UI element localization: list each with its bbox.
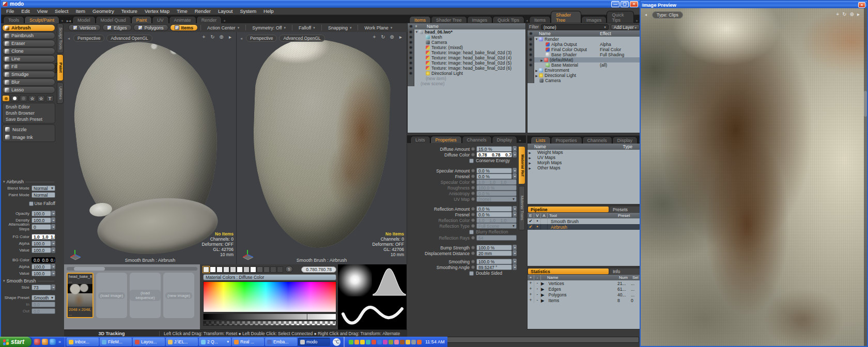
- vtab-utilities[interactable]: Utilities: [57, 82, 64, 104]
- channel-toggle-icon[interactable]: [471, 175, 475, 178]
- spinner-icon[interactable]: ◂▸: [51, 217, 55, 223]
- preview-scrollbar[interactable]: [864, 8, 867, 346]
- minus-icon[interactable]: -: [534, 292, 541, 297]
- tray-icon[interactable]: [371, 340, 376, 344]
- spinner-icon[interactable]: ◂▸: [51, 264, 55, 270]
- bump-strength-field[interactable]: 100.0 %: [476, 245, 512, 250]
- tray-icon[interactable]: [400, 340, 405, 344]
- tab-animate[interactable]: Animate: [169, 16, 196, 23]
- action-center-dropdown[interactable]: Action Center: [204, 24, 243, 31]
- tray-icon[interactable]: [360, 340, 365, 344]
- tool-eraser[interactable]: Eraser: [2, 40, 55, 47]
- mode-edges-button[interactable]: Edges: [102, 24, 132, 31]
- pan-icon[interactable]: +: [201, 34, 207, 40]
- expander-icon[interactable]: ▶: [534, 69, 539, 72]
- smoothing-field[interactable]: 100.0 %: [476, 259, 512, 264]
- item-row[interactable]: ◉Texture: Image: head_bake_final_02d (5): [408, 60, 525, 66]
- stat-row[interactable]: +-▶Vertices21......: [528, 280, 641, 286]
- brush-editor-button[interactable]: Brush Editor: [3, 104, 55, 110]
- preview-type-button[interactable]: Type: Clips: [652, 11, 683, 19]
- tray-icon[interactable]: [349, 340, 353, 344]
- eye-icon[interactable]: ◉: [409, 45, 413, 50]
- tool-fill[interactable]: Fill: [2, 63, 55, 70]
- diffuse-color-field[interactable]: 0.78 0.78 0.78: [476, 152, 512, 157]
- eye-icon[interactable]: ◉: [529, 37, 533, 42]
- item-row[interactable]: (new scene): [408, 81, 525, 86]
- tab-model[interactable]: Model: [72, 16, 96, 23]
- maximize-button[interactable]: ▢: [621, 1, 629, 7]
- shader-row[interactable]: ▶Environment: [528, 68, 641, 73]
- tab-paint[interactable]: Paint: [131, 16, 152, 23]
- quick-launch-icon[interactable]: [42, 339, 48, 345]
- tab-quick-tips[interactable]: Quick Tips: [492, 16, 524, 23]
- close-button[interactable]: ×: [630, 1, 638, 7]
- smoothing-angle-field[interactable]: 89.5247 °: [476, 264, 512, 270]
- quick-launch-icon[interactable]: [34, 339, 40, 345]
- color-swatch[interactable]: [250, 266, 256, 273]
- channel-toggle-icon[interactable]: [471, 169, 475, 172]
- work-plane-dropdown[interactable]: Work Plane: [361, 24, 396, 31]
- channel-toggle-icon[interactable]: [471, 251, 475, 255]
- viewport-more-icon[interactable]: ▸: [398, 34, 404, 40]
- task-button-inbox[interactable]: Inbox...: [67, 338, 99, 346]
- eye-icon[interactable]: ◉: [409, 40, 413, 45]
- viewport-mode-button[interactable]: Perspective: [246, 35, 277, 42]
- diffuse-amount-field[interactable]: 15.0 %: [476, 146, 512, 152]
- enable-check-icon[interactable]: ✔: [528, 224, 534, 230]
- task-button-embarcadero[interactable]: Emba...: [265, 338, 297, 346]
- orbit-icon[interactable]: ↻: [842, 11, 846, 17]
- channel-toggle-icon[interactable]: [471, 218, 475, 222]
- image-strip-scrollbar[interactable]: [67, 267, 197, 271]
- tool-airbrush[interactable]: Airbrush: [2, 24, 55, 31]
- load-image-button[interactable]: (load image): [96, 273, 127, 318]
- spinner-icon[interactable]: ◂▸: [513, 212, 517, 217]
- channel-toggle-icon[interactable]: [471, 153, 475, 156]
- brush-tip-round-button[interactable]: [2, 95, 10, 102]
- color-swatch[interactable]: [243, 266, 250, 273]
- expander-icon[interactable]: ▼: [534, 38, 539, 41]
- list-row[interactable]: ▶Morph Maps: [528, 160, 641, 165]
- bg-alpha-field[interactable]: 100.0 %: [32, 264, 51, 270]
- tab-tools[interactable]: Tools: [3, 16, 24, 23]
- pipeline-header[interactable]: Pipeline: [528, 207, 609, 212]
- stone-mesh-right[interactable]: [250, 37, 392, 250]
- channel-toggle-icon[interactable]: [471, 197, 475, 201]
- plus-icon[interactable]: +: [528, 297, 534, 303]
- color-swatch[interactable]: [264, 266, 270, 273]
- mode-items-button[interactable]: Items: [170, 24, 198, 31]
- shader-row[interactable]: ◉Final Color OutputFinal Color: [528, 47, 641, 52]
- channel-toggle-icon[interactable]: [471, 260, 475, 263]
- viewport-right[interactable]: ◂ Perspective Advanced OpenGL + ↻ ⊕ ▸ No…: [237, 32, 407, 264]
- spinner-icon[interactable]: ◂▸: [513, 174, 517, 179]
- enable-check-icon[interactable]: ✔: [528, 218, 534, 224]
- statistics-header[interactable]: Statistics: [528, 269, 609, 274]
- fresnel-field[interactable]: 0.0 %: [476, 174, 512, 179]
- spinner-icon[interactable]: ◂▸: [513, 168, 517, 174]
- brush-browser-button[interactable]: Brush Browser: [3, 110, 55, 116]
- expander-icon[interactable]: ▶: [539, 58, 544, 62]
- expander-icon[interactable]: ▼: [414, 30, 419, 34]
- tab-lists[interactable]: Lists: [410, 136, 430, 143]
- menu-system[interactable]: System: [237, 8, 259, 14]
- channel-toggle-icon[interactable]: [471, 265, 475, 269]
- task-button-realplayer[interactable]: Real ...: [232, 338, 264, 346]
- color-swatch[interactable]: [277, 266, 283, 273]
- minus-icon[interactable]: -: [534, 280, 541, 286]
- tab-render[interactable]: Render: [196, 16, 222, 23]
- shape-preset-dropdown[interactable]: Smooth: [32, 295, 55, 301]
- color-swatch[interactable]: [230, 266, 236, 273]
- viewport-menu-arrow-icon[interactable]: ◂: [66, 36, 71, 41]
- tray-icon[interactable]: [411, 340, 416, 344]
- new-image-button[interactable]: (new image): [163, 273, 194, 318]
- brush-tip-text-button[interactable]: T: [46, 95, 54, 102]
- density-field[interactable]: 100.0 %: [32, 217, 51, 223]
- tab-shader-tree-2[interactable]: Shader Tree: [551, 11, 581, 23]
- tray-icon[interactable]: [394, 340, 399, 344]
- plus-icon[interactable]: +: [528, 286, 534, 292]
- shader-row[interactable]: ▶Directional Light: [528, 73, 641, 78]
- shader-row[interactable]: ◉▼Render: [528, 37, 641, 42]
- tool-blur[interactable]: Blur: [2, 78, 55, 86]
- stat-row[interactable]: +-▶Edges61......: [528, 286, 641, 292]
- channel-toggle-icon[interactable]: [471, 246, 475, 249]
- hue-saturation-gradient[interactable]: [203, 281, 336, 312]
